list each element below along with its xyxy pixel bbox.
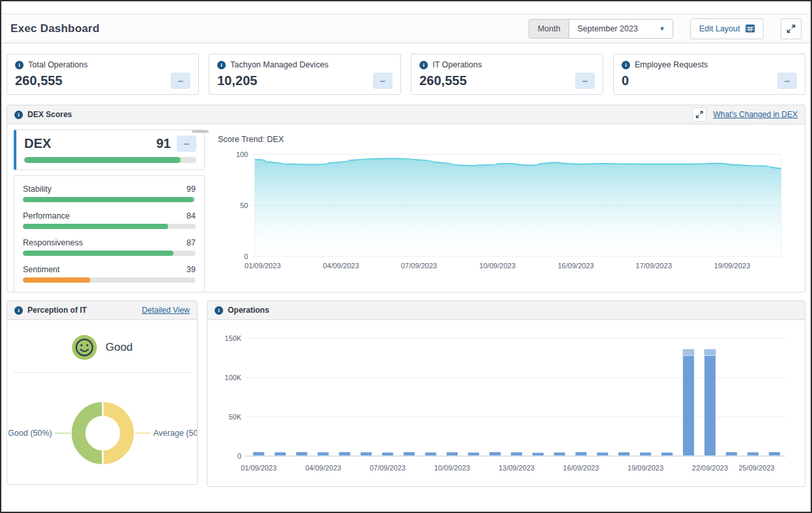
- kpi-value: 10,205: [217, 73, 257, 88]
- svg-text:150K: 150K: [224, 334, 241, 342]
- sub-score-label: Sentiment: [23, 265, 60, 274]
- svg-text:04/09/2023: 04/09/2023: [323, 262, 359, 270]
- page-title: Exec Dashboard: [10, 22, 99, 35]
- chevron-down-icon: ▼: [660, 26, 665, 32]
- info-icon[interactable]: i: [14, 306, 23, 315]
- info-icon[interactable]: i: [622, 61, 630, 69]
- kpi-card-employee-requests: i Employee Requests 0 −: [613, 54, 805, 95]
- collapse-tile-button[interactable]: −: [177, 135, 196, 152]
- whats-changed-link[interactable]: What's Changed in DEX: [713, 110, 798, 119]
- kpi-label: IT Operations: [432, 60, 482, 69]
- svg-text:04/09/2023: 04/09/2023: [305, 464, 341, 472]
- app-header: Exec Dashboard Month September 2023 ▼ Ed…: [1, 14, 811, 43]
- collapse-tile-button[interactable]: −: [171, 73, 190, 89]
- operations-bar-chart: 150K100K50K001/09/202304/09/202307/09/20…: [210, 325, 800, 484]
- info-icon[interactable]: i: [217, 61, 226, 69]
- dashboard-window: Exec Dashboard Month September 2023 ▼ Ed…: [0, 0, 812, 513]
- sub-score-stability: Stability99: [23, 185, 196, 202]
- divider: [14, 372, 190, 373]
- perception-donut-chart: Good (50%)Average (50%): [9, 376, 198, 485]
- dex-trend-chart: Score Trend: DEX 10050001/09/202304/09/2…: [205, 130, 798, 287]
- period-select[interactable]: September 2023 ▼: [569, 20, 673, 38]
- svg-text:10/09/2023: 10/09/2023: [480, 262, 516, 270]
- detailed-view-link[interactable]: Detailed View: [142, 306, 190, 315]
- svg-text:0: 0: [238, 452, 241, 460]
- sub-score-value: 39: [186, 265, 196, 274]
- kpi-label: Total Operations: [28, 60, 88, 69]
- sentiment-status: Good: [105, 341, 133, 354]
- grid-layout-icon: [745, 24, 755, 33]
- svg-text:10/09/2023: 10/09/2023: [434, 464, 470, 472]
- svg-text:22/09/2023: 22/09/2023: [692, 464, 728, 472]
- kpi-label: Tachyon Managed Devices: [230, 60, 328, 69]
- panel-title: DEX Scores: [27, 110, 72, 119]
- sub-score-value: 84: [186, 211, 196, 221]
- edit-layout-button[interactable]: Edit Layout: [690, 18, 764, 39]
- panel-title: Perception of IT: [27, 306, 87, 315]
- edit-layout-label: Edit Layout: [699, 24, 740, 33]
- svg-text:07/09/2023: 07/09/2023: [401, 262, 437, 270]
- sub-score-label: Stability: [23, 185, 52, 194]
- expand-panel-button[interactable]: [692, 107, 707, 122]
- scrollbar-thumb[interactable]: [192, 130, 209, 133]
- progress-fill: [23, 277, 90, 283]
- dex-progress-fill: [24, 157, 181, 163]
- period-picker: Month September 2023 ▼: [529, 19, 674, 39]
- svg-text:100: 100: [236, 150, 248, 158]
- dex-scores-panel: i DEX Scores What's Changed in DEX DEX: [7, 105, 805, 292]
- progress-fill: [23, 197, 194, 202]
- top-strip: [1, 1, 811, 14]
- dex-score-label: DEX: [24, 136, 156, 151]
- kpi-value: 260,555: [15, 73, 62, 88]
- fullscreen-button[interactable]: [781, 18, 802, 39]
- collapse-tile-button[interactable]: −: [777, 73, 797, 89]
- period-select-value: September 2023: [577, 24, 637, 33]
- svg-text:16/09/2023: 16/09/2023: [557, 262, 593, 270]
- dex-main-score-card: DEX 91 −: [14, 130, 205, 170]
- dex-sub-scores: Stability99 Performance84 Responsiveness…: [14, 175, 205, 292]
- collapse-tile-button[interactable]: −: [373, 73, 393, 89]
- info-icon[interactable]: i: [419, 61, 428, 69]
- progress-track: [23, 277, 196, 283]
- dex-progress-track: [24, 157, 196, 163]
- svg-text:19/09/2023: 19/09/2023: [627, 464, 663, 472]
- progress-fill: [23, 251, 173, 256]
- kpi-card-it-operations: i IT Operations 260,555 −: [411, 54, 603, 95]
- info-icon[interactable]: i: [15, 61, 24, 69]
- dex-score-list: DEX 91 − Stability99 Performance84: [14, 130, 205, 287]
- svg-text:Good (50%): Good (50%): [9, 429, 52, 438]
- operations-panel: i Operations 150K100K50K001/09/202304/09…: [207, 300, 805, 487]
- svg-text:07/09/2023: 07/09/2023: [370, 464, 406, 472]
- sub-score-label: Performance: [23, 211, 70, 221]
- info-icon[interactable]: i: [14, 111, 23, 119]
- period-month-button[interactable]: Month: [529, 20, 570, 38]
- perception-of-it-panel: i Perception of IT Detailed View: [7, 300, 198, 485]
- svg-text:19/09/2023: 19/09/2023: [714, 262, 750, 270]
- svg-text:01/09/2023: 01/09/2023: [245, 262, 281, 270]
- svg-text:01/09/2023: 01/09/2023: [241, 464, 277, 472]
- expand-icon: [786, 24, 796, 33]
- expand-icon: [696, 111, 703, 118]
- dex-score-value: 91: [156, 136, 171, 151]
- kpi-label: Employee Requests: [635, 60, 708, 69]
- collapse-tile-button[interactable]: −: [575, 73, 595, 89]
- svg-text:0: 0: [244, 253, 248, 260]
- svg-text:17/09/2023: 17/09/2023: [636, 262, 672, 270]
- sub-score-responsiveness: Responsiveness87: [23, 238, 196, 256]
- progress-track: [23, 224, 196, 229]
- kpi-value: 0: [622, 73, 629, 88]
- panel-title: Operations: [228, 306, 269, 315]
- info-icon[interactable]: i: [215, 306, 223, 315]
- svg-text:50K: 50K: [228, 413, 241, 421]
- svg-text:50: 50: [240, 202, 248, 209]
- trend-chart-title: Score Trend: DEX: [218, 135, 798, 144]
- sub-score-value: 87: [186, 238, 196, 247]
- sub-score-sentiment: Sentiment39: [23, 265, 196, 283]
- progress-track: [23, 197, 196, 202]
- svg-text:Average (50%): Average (50%): [154, 429, 198, 438]
- svg-text:16/09/2023: 16/09/2023: [563, 464, 599, 472]
- sub-score-label: Responsiveness: [23, 238, 83, 247]
- kpi-row: i Total Operations 260,555 − i Tachyon M…: [7, 54, 805, 95]
- dex-trend-area-chart: 10050001/09/202304/09/202307/09/202310/0…: [217, 147, 798, 285]
- progress-track: [23, 251, 196, 256]
